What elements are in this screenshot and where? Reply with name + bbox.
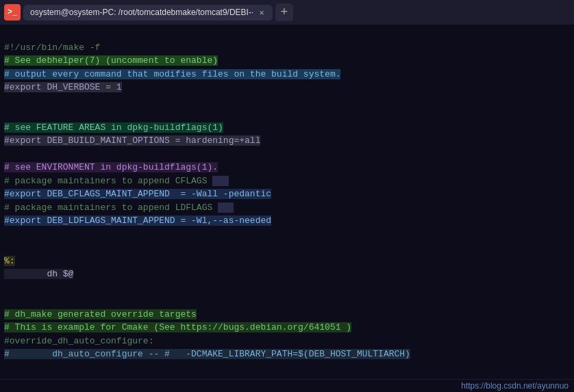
bottom-bar: https://blog.csdn.net/ayunnuo — [0, 379, 574, 392]
tab-close-button[interactable]: × — [258, 8, 266, 18]
line-ldflags-export: #export DEB_LDFLAGS_MAINT_APPEND = -Wl,-… — [4, 215, 271, 226]
line-override-comment: # dh_make generated override targets — [4, 309, 197, 319]
line-cflags-export: #export DEB_CFLAGS_MAINT_APPEND = -Wall … — [4, 189, 271, 199]
line-blank2 — [4, 242, 10, 252]
dh-command-line: dh $@ — [4, 269, 73, 279]
line-output: # output every command that modifies fil… — [4, 69, 340, 79]
line-shebang: #!/usr/bin/make -f — [4, 42, 100, 53]
vim-mode-indicator: %: — [4, 256, 15, 266]
code-content: #!/usr/bin/make -f # See debhelper(7) (u… — [4, 27, 570, 374]
active-tab[interactable]: osystem@osystem-PC: /root/tomcatdebmake/… — [23, 5, 273, 21]
line-blank3 — [4, 296, 10, 306]
line-ldflags-comment: # package maintainers to append LDFLAGS — [4, 202, 234, 213]
line-dh-auto-configure: # dh_auto_configure -- # -DCMAKE_LIBRARY… — [4, 349, 410, 359]
line-environment: # see ENVIRONMENT in dpkg-buildflags(1). — [4, 162, 218, 172]
terminal-icon-label: >_ — [8, 8, 17, 17]
terminal-icon: >_ — [4, 4, 21, 21]
terminal-window: >_ osystem@osystem-PC: /root/tomcatdebma… — [0, 0, 574, 392]
status-url: https://blog.csdn.net/ayunnuo — [461, 381, 569, 391]
line-cflags-comment: # package maintainers to append CFLAGS — [4, 176, 229, 186]
line-debhelper: # See debhelper(7) (uncomment to enable) — [4, 55, 218, 66]
new-tab-button[interactable]: + — [275, 3, 293, 21]
line-dh-verbose: #export DH_VERBOSE = 1 — [4, 82, 122, 92]
line-override-configure: #override_dh_auto_configure: — [4, 336, 153, 346]
line-deb-build: #export DEB_BUILD_MAINT_OPTIONS = harden… — [4, 135, 260, 146]
line-blank1 — [4, 109, 10, 119]
terminal-body: #!/usr/bin/make -f # See debhelper(7) (u… — [0, 25, 574, 379]
line-cmake-comment: # This is example for Cmake (See https:/… — [4, 322, 351, 332]
tab-bar: >_ osystem@osystem-PC: /root/tomcatdebma… — [0, 0, 574, 25]
tab-title: osystem@osystem-PC: /root/tomcatdebmake/… — [30, 8, 253, 17]
line-feature-areas: # see FEATURE AREAS in dpkg-buildflags(1… — [4, 122, 223, 133]
